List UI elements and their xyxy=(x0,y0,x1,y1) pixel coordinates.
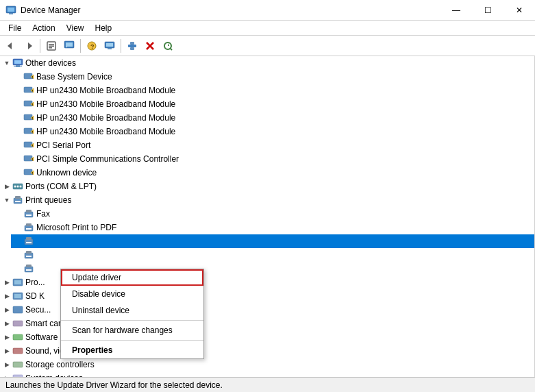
hp3-label: HP un2430 Mobile Broadband Module xyxy=(36,113,175,123)
maximize-button[interactable]: ☐ xyxy=(472,0,503,21)
tree-item-system[interactable]: ▶ System devices xyxy=(0,371,534,377)
ms-pdf-icon xyxy=(23,222,34,233)
pro-label: Pro... xyxy=(25,278,45,287)
context-menu-update-driver[interactable]: Update driver xyxy=(61,269,203,286)
status-text: Launches the Update Driver Wizard for th… xyxy=(5,380,223,390)
svg-rect-19 xyxy=(130,47,134,50)
computer-icon xyxy=(12,58,23,69)
svg-marker-23 xyxy=(168,43,169,46)
svg-rect-46 xyxy=(24,156,32,161)
update-driver-button[interactable]: ? xyxy=(61,38,77,54)
hp2-label: HP un2430 Mobile Broadband Module xyxy=(36,99,175,109)
title-bar-left: Device Manager xyxy=(0,5,80,16)
toolbar-separator-3 xyxy=(121,39,121,53)
print-queues-icon xyxy=(12,195,23,206)
expand-base-system xyxy=(12,71,23,82)
svg-rect-16 xyxy=(108,48,112,49)
svg-rect-81 xyxy=(13,334,23,340)
context-menu: Update driver Disable device Uninstall d… xyxy=(60,269,204,359)
sound-icon xyxy=(12,345,23,356)
port-icon xyxy=(12,181,23,192)
svg-point-53 xyxy=(14,186,16,188)
menu-help[interactable]: Help xyxy=(90,22,118,34)
tree-item-pci-serial[interactable]: ! PCI Serial Port xyxy=(11,138,534,152)
sdb-label: SD K xyxy=(25,291,45,301)
tree-item-other-devices[interactable]: ▼ Other devices xyxy=(0,56,534,70)
fax-icon xyxy=(23,208,34,219)
tree-item-pci-simple[interactable]: ! PCI Simple Communications Controller xyxy=(11,152,534,166)
svg-rect-6 xyxy=(49,44,54,45)
context-menu-uninstall-device[interactable]: Uninstall device xyxy=(61,302,203,319)
smart-icon xyxy=(12,318,23,329)
sdb-icon xyxy=(12,291,23,302)
context-menu-disable-device[interactable]: Disable device xyxy=(61,286,203,302)
minimize-button[interactable]: — xyxy=(440,0,472,21)
tree-item-ports[interactable]: ▶ Ports (COM & LPT) xyxy=(0,180,534,193)
sec-label: Secu... xyxy=(25,305,51,315)
tree-view[interactable]: ▼ Other devices ! Base Sy xyxy=(0,56,535,377)
title-bar-controls: — ☐ ✕ xyxy=(440,0,535,21)
expand-other-devices[interactable]: ▼ xyxy=(1,58,12,69)
tree-item-pq4[interactable] xyxy=(11,248,534,262)
svg-rect-71 xyxy=(26,256,32,257)
svg-rect-67 xyxy=(26,237,32,240)
help-button[interactable]: ? xyxy=(84,38,100,54)
svg-point-54 xyxy=(17,186,19,188)
printer-3-icon xyxy=(23,236,34,247)
tree-item-hp2[interactable]: ! HP un2430 Mobile Broadband Module xyxy=(11,97,534,111)
svg-rect-28 xyxy=(24,73,32,79)
tree-item-ms-pdf[interactable]: Microsoft Print to PDF xyxy=(11,221,534,234)
svg-rect-7 xyxy=(49,45,54,47)
back-button[interactable] xyxy=(3,38,19,54)
tree-item-pq3[interactable] xyxy=(11,234,534,248)
svg-rect-59 xyxy=(20,199,21,200)
menu-action[interactable]: Action xyxy=(27,22,60,34)
uninstall-icon xyxy=(145,40,155,51)
close-button[interactable]: ✕ xyxy=(503,0,535,21)
tree-item-base-system[interactable]: ! Base System Device xyxy=(11,70,534,84)
properties-icon xyxy=(46,40,57,51)
warning-device-icon-0: ! xyxy=(23,71,34,82)
expand-ports[interactable]: ▶ xyxy=(1,181,12,192)
context-menu-properties[interactable]: Properties xyxy=(61,342,203,358)
sec-icon xyxy=(12,304,23,315)
forward-button[interactable] xyxy=(21,38,37,54)
software-icon xyxy=(12,332,23,343)
warning-device-icon-3: ! xyxy=(23,112,34,123)
tree-item-print-queues[interactable]: ▼ Print queues xyxy=(0,193,534,207)
svg-rect-37 xyxy=(24,114,32,120)
tree-item-hp4[interactable]: ! HP un2430 Mobile Broadband Module xyxy=(11,125,534,138)
expand-print-queues[interactable]: ▼ xyxy=(1,195,12,206)
show-properties-button[interactable] xyxy=(43,38,60,54)
scan-button[interactable] xyxy=(160,38,176,54)
svg-rect-62 xyxy=(26,215,32,216)
svg-marker-4 xyxy=(28,42,32,49)
tree-item-hp3[interactable]: ! HP un2430 Mobile Broadband Module xyxy=(11,111,534,125)
printer-4-icon xyxy=(23,249,34,260)
svg-rect-58 xyxy=(15,201,21,202)
warning-device-icon-2: ! xyxy=(23,99,34,110)
svg-rect-83 xyxy=(13,362,23,367)
add-driver-button[interactable] xyxy=(124,38,140,54)
tree-item-unknown[interactable]: ! Unknown device xyxy=(11,166,534,180)
pro-icon xyxy=(12,277,23,288)
svg-rect-15 xyxy=(106,43,113,47)
tree-item-fax[interactable]: Fax xyxy=(11,207,534,221)
menu-file[interactable]: File xyxy=(3,22,27,34)
svg-rect-64 xyxy=(26,223,32,226)
tree-item-storage[interactable]: ▶ Storage controllers xyxy=(0,358,534,371)
menu-view[interactable]: View xyxy=(61,22,90,34)
uninstall-button[interactable] xyxy=(142,38,158,54)
warning-device-icon-1: ! xyxy=(23,85,34,96)
toolbar-separator-2 xyxy=(80,39,81,53)
window-title: Device Manager xyxy=(21,5,80,15)
display-button[interactable] xyxy=(101,38,118,54)
context-menu-scan-hardware[interactable]: Scan for hardware changes xyxy=(61,322,203,339)
print-queues-label: Print queues xyxy=(25,195,71,205)
svg-rect-1 xyxy=(8,8,14,12)
title-bar: Device Manager — ☐ ✕ xyxy=(0,0,535,21)
svg-rect-34 xyxy=(24,101,32,106)
tree-item-hp1[interactable]: ! HP un2430 Mobile Broadband Module xyxy=(11,84,534,97)
fax-label: Fax xyxy=(36,209,50,219)
svg-rect-18 xyxy=(130,42,134,45)
